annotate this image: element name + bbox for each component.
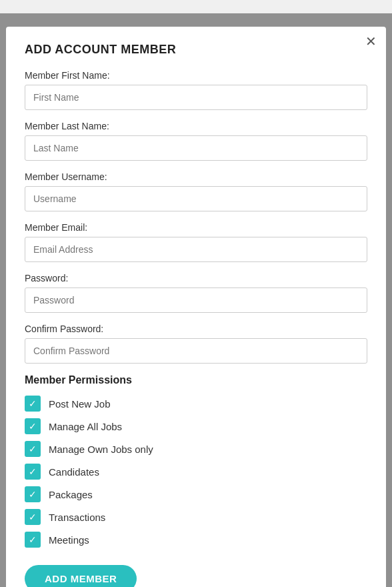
permission-manage-all-jobs: ✓ Manage All Jobs xyxy=(25,418,367,434)
email-label: Member Email: xyxy=(25,222,367,233)
checkmark-icon: ✓ xyxy=(29,467,37,476)
checkmark-icon: ✓ xyxy=(29,422,37,431)
permission-packages: ✓ Packages xyxy=(25,486,367,502)
first-name-input[interactable] xyxy=(25,85,367,110)
modal-container: ✕ ADD ACCOUNT MEMBER Member First Name: … xyxy=(6,27,386,587)
permission-manage-own-jobs: ✓ Manage Own Jobs only xyxy=(25,441,367,457)
confirm-password-label: Confirm Password: xyxy=(25,324,367,334)
password-input[interactable] xyxy=(25,287,367,313)
email-group: Member Email: xyxy=(25,222,367,262)
first-name-group: Member First Name: xyxy=(25,70,367,110)
checkbox-meetings[interactable]: ✓ xyxy=(25,532,41,548)
email-input[interactable] xyxy=(25,237,367,262)
permission-label-post-new-job: Post New Job xyxy=(49,398,111,410)
checkmark-icon: ✓ xyxy=(29,535,37,544)
modal-title: ADD ACCOUNT MEMBER xyxy=(25,43,367,57)
checkmark-icon: ✓ xyxy=(29,444,37,454)
permission-transactions: ✓ Transactions xyxy=(25,509,367,525)
confirm-password-group: Confirm Password: xyxy=(25,324,367,364)
username-group: Member Username: xyxy=(25,171,367,211)
modal-overlay: ✕ ADD ACCOUNT MEMBER Member First Name: … xyxy=(0,13,392,587)
checkbox-manage-all-jobs[interactable]: ✓ xyxy=(25,418,41,434)
first-name-label: Member First Name: xyxy=(25,70,367,81)
username-label: Member Username: xyxy=(25,171,367,182)
last-name-group: Member Last Name: xyxy=(25,121,367,161)
add-member-button[interactable]: ADD MEMBER xyxy=(25,565,137,587)
permission-candidates: ✓ Candidates xyxy=(25,464,367,480)
permission-post-new-job: ✓ Post New Job xyxy=(25,396,367,412)
permissions-title: Member Permissions xyxy=(25,374,367,386)
checkbox-manage-own-jobs[interactable]: ✓ xyxy=(25,441,41,457)
checkbox-packages[interactable]: ✓ xyxy=(25,486,41,502)
permission-label-transactions: Transactions xyxy=(49,512,105,523)
last-name-label: Member Last Name: xyxy=(25,121,367,131)
last-name-input[interactable] xyxy=(25,135,367,161)
password-group: Password: xyxy=(25,273,367,313)
checkbox-candidates[interactable]: ✓ xyxy=(25,464,41,480)
checkbox-transactions[interactable]: ✓ xyxy=(25,509,41,525)
password-label: Password: xyxy=(25,273,367,283)
permission-label-candidates: Candidates xyxy=(49,466,99,478)
confirm-password-input[interactable] xyxy=(25,338,367,364)
checkbox-post-new-job[interactable]: ✓ xyxy=(25,396,41,412)
checkmark-icon: ✓ xyxy=(29,512,37,522)
username-input[interactable] xyxy=(25,186,367,211)
permission-label-manage-own-jobs: Manage Own Jobs only xyxy=(49,444,153,455)
permission-label-packages: Packages xyxy=(49,489,93,500)
permission-label-meetings: Meetings xyxy=(49,534,89,546)
checkmark-icon: ✓ xyxy=(29,490,37,499)
close-button[interactable]: ✕ xyxy=(365,35,377,48)
checkmark-icon: ✓ xyxy=(29,399,37,408)
permission-meetings: ✓ Meetings xyxy=(25,532,367,548)
permission-label-manage-all-jobs: Manage All Jobs xyxy=(49,421,122,432)
